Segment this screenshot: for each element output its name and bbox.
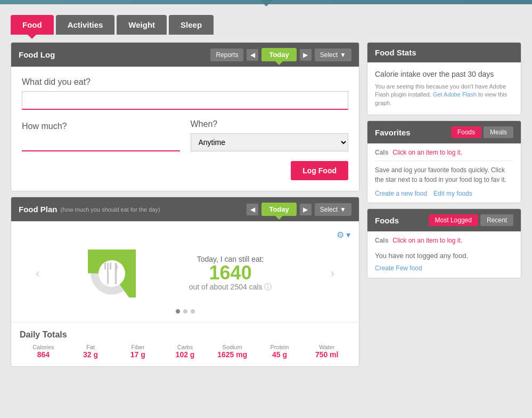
food-log-card: Food Log Reports ◀ Today ▶ Select ▼ <box>11 42 359 191</box>
favorites-foods-tab[interactable]: Foods <box>451 126 481 138</box>
food-plan-title: Food Plan (how much you should eat for t… <box>19 205 160 214</box>
top-bar <box>0 0 532 4</box>
food-plan-body: ⚙ ▾ ‹ <box>11 221 359 322</box>
flash-notice: You are seeing this because you don't ha… <box>375 83 513 107</box>
info-icon[interactable]: ⓘ <box>264 283 272 291</box>
dots-row <box>20 309 350 314</box>
favorites-description: Save and log your favorite foods quickly… <box>375 160 513 184</box>
foods-cals-row: Cals Click on an item to log it. <box>375 237 513 244</box>
tab-sleep[interactable]: Sleep <box>169 15 214 35</box>
favorites-header: Favorites Foods Meals <box>367 121 521 143</box>
favorites-meals-tab[interactable]: Meals <box>484 126 513 138</box>
food-stats-chart-label: Calorie intake over the past 30 days <box>375 70 513 78</box>
total-carbs: Carbs 102 g <box>161 344 209 359</box>
out-of-label: out of about <box>189 283 228 291</box>
food-log-body: What did you eat? How much? When? Anytim… <box>11 67 359 191</box>
chevron-right-icon: ▶ <box>303 51 308 59</box>
total-protein: Protein 45 g <box>256 344 304 359</box>
gear-icon-row: ⚙ ▾ <box>20 230 350 240</box>
food-log-select-button[interactable]: Select ▼ <box>315 49 351 61</box>
favorites-cals-label: Cals <box>375 149 388 156</box>
create-new-food-link[interactable]: Create a new food <box>375 190 427 197</box>
food-stats-card: Food Stats Calorie intake over the past … <box>367 42 521 115</box>
foods-cals-label: Cals <box>375 237 388 244</box>
tab-weight[interactable]: Weight <box>117 15 167 35</box>
food-log-select-label: Select <box>320 51 338 59</box>
favorites-links: Create a new food Edit my foods <box>375 190 513 197</box>
food-form-row: How much? When? Anytime Breakfast Lunch … <box>22 119 348 151</box>
plan-total-cals: 2504 <box>231 283 247 291</box>
calories-label: Calories <box>20 344 67 350</box>
fiber-value: 17 g <box>114 350 161 359</box>
total-fiber: Fiber 17 g <box>114 344 161 359</box>
what-label: What did you eat? <box>22 77 348 87</box>
foods-recent-tab[interactable]: Recent <box>480 214 513 226</box>
food-stats-body: Calorie intake over the past 30 days You… <box>367 62 521 115</box>
food-log-controls: Reports ◀ Today ▶ Select ▼ <box>210 48 351 61</box>
cals-label: cals <box>249 283 263 291</box>
favorites-title: Favorites <box>375 128 411 137</box>
chevron-right-icon-plan: ▶ <box>303 206 308 213</box>
sodium-label: Sodium <box>209 344 256 350</box>
protein-label: Protein <box>256 344 304 350</box>
fiber-label: Fiber <box>114 344 161 350</box>
log-food-button[interactable]: Log Food <box>291 161 348 180</box>
create-few-food-link[interactable]: Create Few food <box>375 264 422 272</box>
carbs-value: 102 g <box>161 350 209 359</box>
fat-label: Fat <box>67 344 114 350</box>
dot-3[interactable] <box>191 309 195 314</box>
total-water: Water 750 ml <box>303 344 350 359</box>
right-column: Food Stats Calorie intake over the past … <box>367 42 521 367</box>
dot-1[interactable] <box>176 309 180 314</box>
food-log-today-button[interactable]: Today <box>261 48 296 61</box>
foods-empty-message: You have not logged any food. <box>375 248 513 263</box>
amount-input[interactable] <box>22 135 180 151</box>
plan-prev-arrow[interactable]: ‹ <box>30 267 45 280</box>
tab-activities[interactable]: Activities <box>56 15 115 35</box>
plan-next-arrow[interactable]: › <box>325 267 340 280</box>
foods-most-logged-tab[interactable]: Most Logged <box>429 214 478 226</box>
food-plan-select-button[interactable]: Select ▼ <box>315 203 351 216</box>
when-select[interactable]: Anytime Breakfast Lunch Dinner Snack <box>191 133 349 151</box>
dot-2[interactable] <box>183 309 187 314</box>
food-plan-header: Food Plan (how much you should eat for t… <box>11 197 359 221</box>
foods-body: Cals Click on an item to log it. You hav… <box>367 231 521 278</box>
when-label: When? <box>191 119 349 129</box>
get-flash-link[interactable]: Get Adobe Flash <box>433 91 477 98</box>
foods-title: Foods <box>375 216 399 225</box>
edit-my-foods-link[interactable]: Edit my foods <box>433 190 472 197</box>
food-log-prev-button[interactable]: ◀ <box>247 49 258 61</box>
foods-click-hint: Click on an item to log it. <box>392 237 462 244</box>
log-food-row: Log Food <box>22 161 348 180</box>
foods-card: Foods Most Logged Recent Cals Click on a… <box>367 208 521 278</box>
water-value: 750 ml <box>303 350 350 359</box>
chevron-down-icon-plan: ▼ <box>340 206 346 213</box>
food-plan-card: Food Plan (how much you should eat for t… <box>11 197 359 367</box>
food-plan-controls: ◀ Today ▶ Select ▼ <box>247 203 351 216</box>
sodium-value: 1625 mg <box>209 350 256 359</box>
favorites-body: Cals Click on an item to log it. Save an… <box>367 143 521 203</box>
reports-button[interactable]: Reports <box>210 49 243 61</box>
totals-row: Calories 864 Fat 32 g Fiber 17 g Carbs 1… <box>20 344 350 359</box>
calories-value: 864 <box>20 350 67 359</box>
food-log-title: Food Log <box>19 50 55 59</box>
amount-group: How much? <box>22 122 180 151</box>
plan-left <box>88 250 136 298</box>
foods-tab-group: Most Logged Recent <box>429 214 513 226</box>
total-calories: Calories 864 <box>20 344 67 359</box>
tab-food[interactable]: Food <box>11 15 54 35</box>
plan-out-of: out of about 2504 cals ⓘ <box>189 283 272 292</box>
favorites-card: Favorites Foods Meals Cals Click on an i… <box>367 120 521 203</box>
food-search-input[interactable] <box>22 91 348 110</box>
carbs-label: Carbs <box>161 344 209 350</box>
foods-header: Foods Most Logged Recent <box>367 209 521 231</box>
food-plan-prev-button[interactable]: ◀ <box>247 204 258 215</box>
gear-icon[interactable]: ⚙ ▾ <box>337 230 350 240</box>
plan-calories: 1640 <box>189 263 272 283</box>
food-log-next-button[interactable]: ▶ <box>300 49 312 61</box>
food-plan-today-button[interactable]: Today <box>261 203 296 216</box>
food-plan-next-button[interactable]: ▶ <box>300 204 312 215</box>
water-label: Water <box>303 344 350 350</box>
svg-point-2 <box>99 260 125 287</box>
chevron-left-icon: ◀ <box>250 51 255 59</box>
